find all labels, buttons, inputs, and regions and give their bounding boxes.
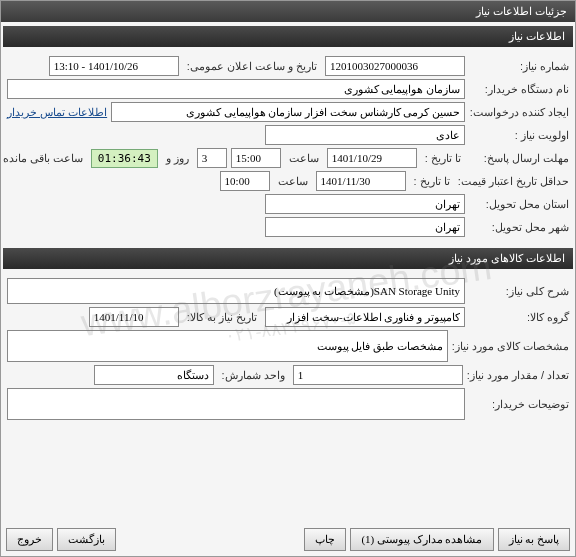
time-label-1: ساعت	[285, 152, 323, 165]
qty-field[interactable]	[293, 365, 463, 385]
priority-field[interactable]	[265, 125, 465, 145]
reply-deadline-label: مهلت ارسال پاسخ:	[469, 152, 569, 165]
reply-time-field[interactable]	[231, 148, 281, 168]
buyer-notes-field[interactable]	[7, 388, 465, 420]
item-spec-field[interactable]	[7, 330, 448, 362]
reply-date-field[interactable]	[327, 148, 417, 168]
exit-button[interactable]: خروج	[6, 528, 53, 551]
city-label: شهر محل تحویل:	[469, 221, 569, 234]
creator-label: ایجاد کننده درخواست:	[469, 106, 569, 119]
to-date-label-1: تا تاریخ :	[421, 152, 465, 165]
qty-label: تعداد / مقدار مورد نیاز:	[467, 369, 569, 382]
back-button[interactable]: بازگشت	[57, 528, 116, 551]
need-date-field[interactable]	[89, 307, 179, 327]
priority-label: اولویت نیاز :	[469, 129, 569, 142]
unit-field[interactable]	[94, 365, 214, 385]
announce-field[interactable]	[49, 56, 179, 76]
window: جزئیات اطلاعات نیاز اطلاعات نیاز شماره ن…	[0, 0, 576, 557]
need-no-field[interactable]	[325, 56, 465, 76]
goods-body: شرح کلی نیاز: گروه کالا: تاریخ نیاز به ک…	[1, 271, 575, 427]
countdown-timer: 01:36:43	[91, 149, 158, 168]
footer-bar: پاسخ به نیاز مشاهده مدارک پیوستی (1) چاپ…	[6, 528, 570, 551]
window-titlebar: جزئیات اطلاعات نیاز	[1, 1, 575, 22]
section-goods-header: اطلاعات کالاهای مورد نیاز	[3, 248, 573, 269]
remaining-label: ساعت باقی مانده	[0, 152, 87, 165]
unit-label: واحد شمارش:	[218, 369, 289, 382]
footer-spacer	[120, 528, 300, 551]
city-field[interactable]	[265, 217, 465, 237]
desc-field[interactable]	[7, 278, 465, 304]
to-date-label-2: تا تاریخ :	[410, 175, 454, 188]
province-field[interactable]	[265, 194, 465, 214]
need-info-body: شماره نیاز: تاریخ و ساعت اعلان عمومی: نا…	[1, 49, 575, 244]
window-title: جزئیات اطلاعات نیاز	[476, 5, 567, 17]
attachments-button[interactable]: مشاهده مدارک پیوستی (1)	[350, 528, 493, 551]
days-field[interactable]	[197, 148, 227, 168]
reply-button[interactable]: پاسخ به نیاز	[498, 528, 571, 551]
need-no-label: شماره نیاز:	[469, 60, 569, 73]
buyer-notes-label: توضیحات خریدار:	[469, 398, 569, 411]
validity-time-field[interactable]	[220, 171, 270, 191]
announce-label: تاریخ و ساعت اعلان عمومی:	[183, 60, 321, 73]
desc-label: شرح کلی نیاز:	[469, 285, 569, 298]
group-label: گروه کالا:	[469, 311, 569, 324]
group-field[interactable]	[265, 307, 465, 327]
validity-date-field[interactable]	[316, 171, 406, 191]
time-label-2: ساعت	[274, 175, 312, 188]
print-button[interactable]: چاپ	[304, 528, 346, 551]
buyer-label: نام دستگاه خریدار:	[469, 83, 569, 96]
creator-field[interactable]	[111, 102, 465, 122]
need-date-label: تاریخ نیاز به کالا:	[183, 311, 261, 324]
buyer-field[interactable]	[7, 79, 465, 99]
buyer-contact-link[interactable]: اطلاعات تماس خریدار	[7, 106, 107, 119]
province-label: استان محل تحویل:	[469, 198, 569, 211]
section-need-info-header: اطلاعات نیاز	[3, 26, 573, 47]
item-spec-label: مشخصات کالای مورد نیاز:	[452, 340, 569, 353]
validity-label: حداقل تاریخ اعتبار قیمت:	[458, 175, 569, 188]
days-and-label: روز و	[162, 152, 193, 165]
